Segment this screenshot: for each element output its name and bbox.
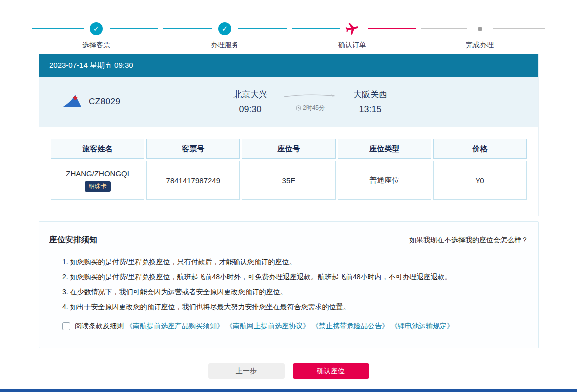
seat-number-cell: 35E bbox=[242, 161, 335, 200]
action-bar: 上一步 确认座位 bbox=[0, 363, 577, 379]
terms-link-dangerous-goods[interactable]: 《禁止携带危险品公告》 bbox=[312, 322, 389, 331]
progress-stepper: ✓ ✓ 选择客票 办理服务 确认订单 完成办理 bbox=[0, 9, 577, 49]
arrival-time: 13:15 bbox=[335, 104, 405, 115]
stepper-line bbox=[368, 28, 416, 29]
terms-link-purchase-notice[interactable]: 《南航提前选座产品购买须知》 bbox=[126, 322, 224, 331]
airplane-icon bbox=[343, 20, 361, 38]
notice-list: 1. 如您购买的是付费/里程兑换座位，只有付款后，才能确认您预订的座位。 2. … bbox=[62, 254, 528, 314]
step-label-confirm-order: 确认订单 bbox=[338, 41, 366, 50]
notice-item: 3. 在少数情况下，我们可能会因为运营或者安全原因更改您预订的座位。 bbox=[62, 284, 528, 299]
no-seat-question-link[interactable]: 如果我现在不选择我的座位会怎么样？ bbox=[409, 236, 528, 245]
stepper-line bbox=[238, 28, 287, 29]
arrival-block: 大阪关西 13:15 bbox=[335, 89, 405, 115]
flight-date-header: 2023-07-14 星期五 09:30 bbox=[39, 54, 538, 77]
flight-duration: 2时45分 bbox=[303, 104, 325, 112]
departure-airport: 北京大兴 bbox=[215, 89, 285, 100]
departure-time: 09:30 bbox=[215, 104, 285, 115]
terms-link-seat-agreement[interactable]: 《南航网上提前选座协议》 bbox=[226, 322, 310, 331]
agreement-row: 阅读条款及细则 《南航提前选座产品购买须知》 《南航网上提前选座协议》 《禁止携… bbox=[62, 322, 528, 331]
pearl-card-badge: 明珠卡 bbox=[85, 181, 111, 192]
terms-checkbox[interactable] bbox=[62, 322, 70, 330]
arrow-right-icon bbox=[283, 93, 337, 99]
ticket-number-cell: 7841417987249 bbox=[146, 161, 240, 200]
step-pending-icon bbox=[478, 27, 482, 31]
flight-card: 2023-07-14 星期五 09:30 CZ8029 北京大兴 09:30 bbox=[39, 54, 539, 216]
stepper-line bbox=[32, 28, 84, 29]
stepper-line bbox=[493, 28, 545, 29]
seat-type-cell: 普通座位 bbox=[338, 161, 431, 200]
notice-item: 2. 如您购买的是付费/里程兑换座位，航班起飞前48小时外，可免费办理退座退款。… bbox=[62, 269, 528, 284]
table-header-row: 旅客姓名 客票号 座位号 座位类型 价格 bbox=[51, 139, 527, 159]
price-cell: ¥0 bbox=[433, 161, 527, 200]
duration-block: 2时45分 bbox=[283, 92, 338, 112]
stepper-line bbox=[421, 28, 467, 29]
step-label-select-ticket: 选择客票 bbox=[82, 41, 110, 50]
passenger-name: ZHANG/ZHONGQI bbox=[51, 169, 144, 178]
step-done-icon: ✓ bbox=[90, 22, 103, 35]
stepper-line bbox=[110, 28, 158, 29]
stepper-line bbox=[292, 28, 340, 29]
column-header-ticket: 客票号 bbox=[146, 139, 240, 159]
flight-datetime: 2023-07-14 星期五 09:30 bbox=[49, 61, 133, 70]
notice-item: 4. 如出于安全原因更改您的预订座位，我们也将尽最大努力安排您坐在最符合您需求的… bbox=[62, 299, 528, 314]
terms-link-lithium-battery[interactable]: 《锂电池运输规定》 bbox=[391, 322, 454, 331]
clock-icon bbox=[296, 105, 301, 111]
flight-id-block: CZ8029 bbox=[62, 77, 120, 127]
column-header-name: 旅客姓名 bbox=[51, 139, 144, 159]
passenger-table-wrap: 旅客姓名 客票号 座位号 座位类型 价格 ZHANG/ZHONGQI 明珠卡 7… bbox=[39, 127, 538, 216]
stepper-line bbox=[163, 28, 212, 29]
check-icon: ✓ bbox=[222, 24, 228, 33]
check-icon: ✓ bbox=[93, 24, 100, 33]
notice-title: 座位安排须知 bbox=[49, 235, 97, 245]
column-header-seat-type: 座位类型 bbox=[338, 139, 431, 159]
step-label-complete: 完成办理 bbox=[466, 41, 494, 50]
column-header-price: 价格 bbox=[433, 139, 527, 159]
footer-bar bbox=[0, 389, 577, 392]
flight-number: CZ8029 bbox=[89, 97, 120, 107]
arrival-airport: 大阪关西 bbox=[335, 89, 405, 100]
flight-summary: CZ8029 北京大兴 09:30 2时45分 大阪关西 13:15 bbox=[39, 77, 538, 127]
step-done-icon: ✓ bbox=[218, 22, 231, 35]
table-row: ZHANG/ZHONGQI 明珠卡 7841417987249 35E 普通座位… bbox=[51, 161, 527, 200]
confirm-seat-button[interactable]: 确认座位 bbox=[293, 363, 369, 379]
passenger-table: 旅客姓名 客票号 座位号 座位类型 价格 ZHANG/ZHONGQI 明珠卡 7… bbox=[49, 137, 529, 202]
previous-step-button[interactable]: 上一步 bbox=[208, 363, 285, 379]
step-label-services: 办理服务 bbox=[211, 41, 239, 50]
column-header-seat: 座位号 bbox=[242, 139, 335, 159]
agreement-prefix: 阅读条款及细则 bbox=[75, 322, 124, 331]
seat-notice-card: 座位安排须知 如果我现在不选择我的座位会怎么样？ 1. 如您购买的是付费/里程兑… bbox=[39, 221, 539, 348]
notice-item: 1. 如您购买的是付费/里程兑换座位，只有付款后，才能确认您预订的座位。 bbox=[62, 254, 528, 269]
departure-block: 北京大兴 09:30 bbox=[215, 89, 285, 115]
airline-logo-icon bbox=[62, 93, 83, 110]
passenger-name-cell: ZHANG/ZHONGQI 明珠卡 bbox=[51, 161, 144, 200]
